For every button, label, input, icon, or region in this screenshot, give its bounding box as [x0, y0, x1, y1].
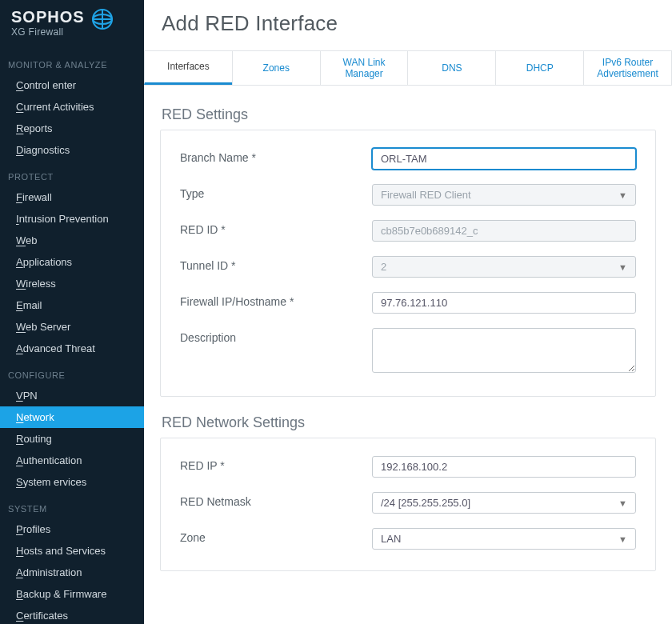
- brand-block: SOPHOS XG Firewall: [0, 0, 144, 49]
- select-red-netmask-value: /24 [255.255.255.0]: [381, 497, 470, 509]
- chevron-down-icon: ▼: [618, 498, 627, 508]
- sidebar: SOPHOS XG Firewall MONITOR & ANALYZECont…: [0, 0, 144, 624]
- label-branch-name: Branch Name *: [180, 148, 372, 164]
- chevron-down-icon: ▼: [618, 190, 627, 200]
- tab-bar: InterfacesZonesWAN Link ManagerDNSDHCPIP…: [144, 50, 672, 86]
- sidebar-item-authentication[interactable]: Authentication: [0, 450, 144, 471]
- sidebar-item-advanced-threat[interactable]: Advanced Threat: [0, 338, 144, 359]
- label-red-ip: RED IP *: [180, 456, 372, 472]
- sidebar-item-hosts-and-services[interactable]: Hosts and Services: [0, 540, 144, 562]
- sidebar-item-network[interactable]: Network: [0, 406, 144, 428]
- sidebar-item-profiles[interactable]: Profiles: [0, 518, 144, 540]
- sidebar-item-wireless[interactable]: Wireless: [0, 273, 144, 294]
- tab-ipv6-router-advertisement[interactable]: IPv6 Router Advertisement: [583, 51, 671, 85]
- select-zone[interactable]: LAN ▼: [372, 528, 636, 550]
- nav-group-title: MONITOR & ANALYZE: [0, 49, 144, 74]
- sidebar-item-web[interactable]: Web: [0, 230, 144, 251]
- select-type: Firewall RED Client ▼: [372, 184, 636, 206]
- tab-zones[interactable]: Zones: [232, 51, 320, 85]
- input-red-ip[interactable]: [372, 456, 636, 478]
- brand-subtitle: XG Firewall: [11, 26, 85, 38]
- textarea-description[interactable]: [372, 328, 636, 373]
- section-title-red-settings: RED Settings: [162, 106, 656, 123]
- sidebar-item-backup-firmware[interactable]: Backup & Firmware: [0, 583, 144, 605]
- sidebar-item-current-activities[interactable]: Current Activities: [0, 96, 144, 118]
- select-tunnel-id: 2 ▼: [372, 256, 636, 278]
- sidebar-item-routing[interactable]: Routing: [0, 428, 144, 450]
- label-zone: Zone: [180, 528, 372, 544]
- sidebar-item-control-center[interactable]: Control enter: [0, 74, 144, 96]
- sidebar-item-firewall[interactable]: Firewall: [0, 186, 144, 208]
- sidebar-item-vpn[interactable]: VPN: [0, 385, 144, 406]
- sidebar-item-web-server[interactable]: Web Server: [0, 316, 144, 338]
- brand-title: SOPHOS: [11, 8, 85, 26]
- panel-red-settings: Branch Name * Type Firewall RED Client ▼…: [160, 130, 656, 397]
- label-description: Description: [180, 328, 372, 344]
- tab-wan-link-manager[interactable]: WAN Link Manager: [320, 51, 408, 85]
- label-tunnel-id: Tunnel ID *: [180, 256, 372, 272]
- select-red-netmask[interactable]: /24 [255.255.255.0] ▼: [372, 492, 636, 514]
- tab-dns[interactable]: DNS: [407, 51, 495, 85]
- label-red-netmask: RED Netmask: [180, 492, 372, 508]
- panel-red-network: RED IP * RED Netmask /24 [255.255.255.0]…: [160, 438, 656, 571]
- sophos-logo-icon: [91, 8, 114, 30]
- nav-group-title: PROTECT: [0, 161, 144, 186]
- nav-group-title: CONFIGURE: [0, 359, 144, 385]
- label-red-id: RED ID *: [180, 220, 372, 236]
- sidebar-item-reports[interactable]: Reports: [0, 118, 144, 139]
- sidebar-item-certificates[interactable]: Certificates: [0, 605, 144, 624]
- input-red-id: [372, 220, 636, 242]
- sidebar-item-diagnostics[interactable]: Diagnostics: [0, 139, 144, 161]
- select-zone-value: LAN: [381, 533, 401, 545]
- nav-group-title: SYSTEM: [0, 493, 144, 518]
- sidebar-item-intrusion-prevention[interactable]: Intrusion Prevention: [0, 208, 144, 230]
- select-type-value: Firewall RED Client: [381, 189, 471, 201]
- sidebar-item-applications[interactable]: Applications: [0, 251, 144, 273]
- label-firewall-ip: Firewall IP/Hostname *: [180, 292, 372, 308]
- sidebar-item-administration[interactable]: Administration: [0, 562, 144, 583]
- sidebar-item-email[interactable]: Email: [0, 294, 144, 316]
- input-branch-name[interactable]: [372, 148, 636, 170]
- tab-interfaces[interactable]: Interfaces: [144, 51, 232, 85]
- tab-dhcp[interactable]: DHCP: [495, 51, 583, 85]
- section-title-red-network: RED Network Settings: [162, 414, 656, 431]
- page-title: Add RED Interface: [144, 0, 672, 50]
- chevron-down-icon: ▼: [618, 534, 627, 544]
- label-type: Type: [180, 184, 372, 200]
- input-firewall-ip[interactable]: [372, 292, 636, 314]
- sidebar-item-system-services[interactable]: System ervices: [0, 471, 144, 493]
- chevron-down-icon: ▼: [618, 262, 627, 272]
- select-tunnel-id-value: 2: [381, 261, 386, 273]
- main-content: Add RED Interface InterfacesZonesWAN Lin…: [144, 0, 672, 624]
